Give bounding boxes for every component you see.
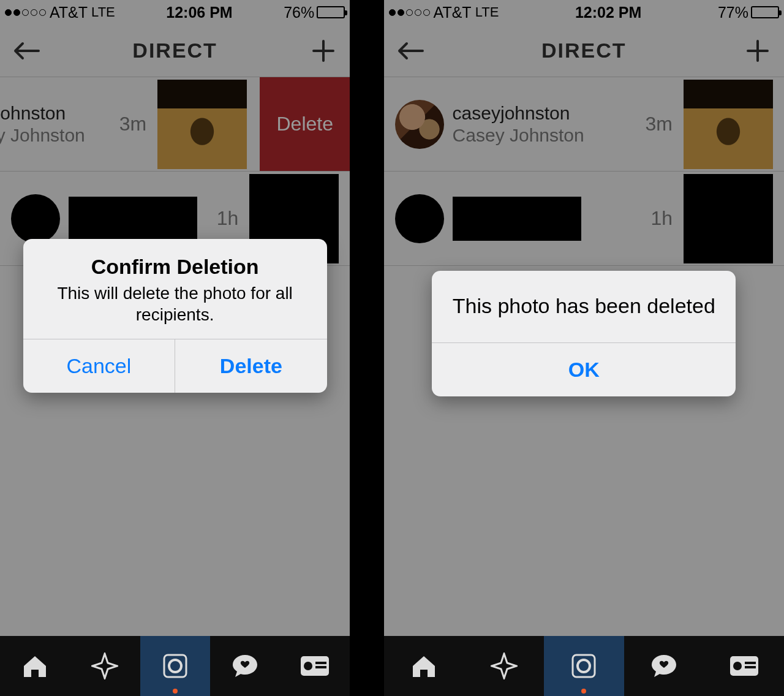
tab-home[interactable] bbox=[0, 636, 70, 696]
delete-confirm-button[interactable]: Delete bbox=[175, 339, 327, 393]
svg-rect-6 bbox=[573, 655, 595, 677]
notification-dot-icon bbox=[581, 689, 586, 694]
cancel-button[interactable]: Cancel bbox=[23, 339, 176, 393]
tab-profile[interactable] bbox=[704, 636, 784, 696]
confirm-delete-dialog: Confirm Deletion This will delete the ph… bbox=[23, 239, 327, 393]
home-icon bbox=[410, 654, 437, 678]
dialog-title: Confirm Deletion bbox=[38, 255, 312, 279]
tab-activity[interactable] bbox=[624, 636, 704, 696]
tab-home[interactable] bbox=[384, 636, 464, 696]
dialog-message: This will delete the photo for all recip… bbox=[38, 282, 312, 325]
camera-icon bbox=[160, 651, 190, 681]
svg-rect-11 bbox=[745, 666, 756, 668]
svg-point-7 bbox=[578, 660, 590, 672]
camera-icon bbox=[569, 651, 598, 681]
profile-card-icon bbox=[729, 655, 760, 677]
tab-bar bbox=[0, 636, 350, 696]
svg-rect-10 bbox=[745, 662, 756, 664]
tab-bar bbox=[384, 636, 784, 696]
home-icon bbox=[21, 654, 48, 678]
tab-activity[interactable] bbox=[210, 636, 280, 696]
svg-rect-4 bbox=[315, 662, 326, 664]
tab-camera[interactable] bbox=[544, 636, 624, 696]
phone-left: AT&T LTE 12:06 PM 76% DIRECT eyjohnston … bbox=[0, 0, 350, 696]
tab-explore[interactable] bbox=[70, 636, 140, 696]
svg-point-9 bbox=[733, 662, 742, 670]
dialog-title: This photo has been deleted bbox=[447, 294, 721, 318]
compass-icon bbox=[491, 652, 518, 679]
phone-right: AT&T LTE 12:02 PM 77% DIRECT caseyjohnst… bbox=[384, 0, 784, 696]
svg-point-3 bbox=[304, 662, 312, 670]
tab-profile[interactable] bbox=[280, 636, 350, 696]
deleted-dialog: This photo has been deleted OK bbox=[432, 271, 736, 396]
profile-card-icon bbox=[300, 655, 330, 677]
svg-point-1 bbox=[169, 660, 181, 672]
heart-bubble-icon bbox=[649, 652, 679, 679]
svg-rect-5 bbox=[315, 666, 326, 668]
heart-bubble-icon bbox=[230, 652, 260, 679]
compass-icon bbox=[91, 652, 118, 679]
tab-camera[interactable] bbox=[140, 636, 210, 696]
notification-dot-icon bbox=[173, 689, 178, 694]
ok-button[interactable]: OK bbox=[432, 343, 736, 396]
svg-rect-0 bbox=[164, 655, 186, 677]
tab-explore[interactable] bbox=[464, 636, 544, 696]
screenshot-divider bbox=[367, 0, 383, 696]
